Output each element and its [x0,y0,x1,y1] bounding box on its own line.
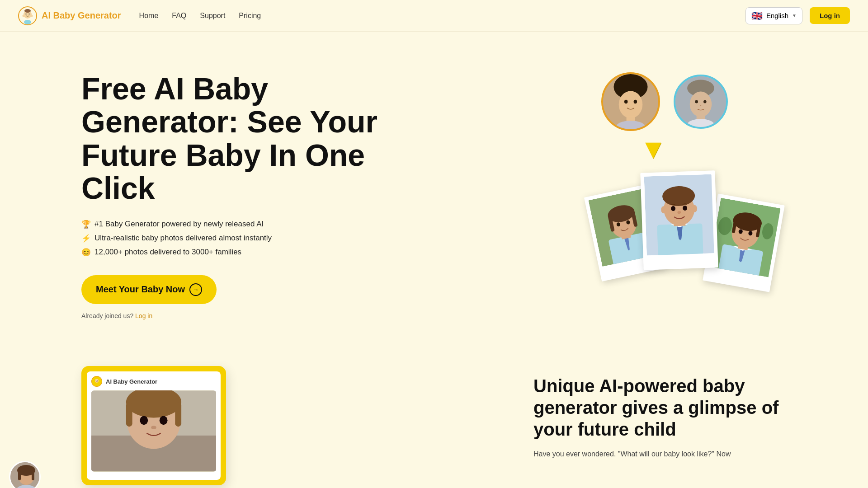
language-label: English [766,12,788,19]
feature-text: 12,000+ photos delivered to 3000+ famili… [94,248,241,257]
language-selector[interactable]: 🇬🇧 English ▼ [745,7,802,24]
app-mockup: AI Baby Generator [81,366,226,485]
svg-rect-75 [32,470,34,480]
logo-text: AI Baby Generator [42,10,121,21]
svg-point-18 [695,100,698,103]
cta-button[interactable]: Meet Your Baby Now → [81,275,217,304]
svg-point-17 [690,92,712,117]
svg-point-58 [95,379,99,383]
app-photo-area [91,390,216,472]
logo-icon [18,6,37,25]
baby-photos [588,172,787,316]
hero-features: 🏆 #1 Baby Generator powered by newly rel… [81,220,389,257]
login-button[interactable]: Log in [810,7,850,24]
app-title: AI Baby Generator [106,378,157,385]
section2-left: AI Baby Generator [81,366,253,485]
svg-point-60 [97,380,98,381]
arrow-down-icon: ▼ [640,136,666,163]
svg-point-11 [624,100,628,103]
feature-text: Ultra-realistic baby photos delivered al… [94,234,272,243]
svg-point-5 [23,14,25,17]
hero-section: Free AI Baby Generator: See Your Future … [0,32,868,348]
already-joined-text: Already joined us? Log in [81,312,389,319]
baby-photo-2-img [644,174,714,255]
chevron-down-icon: ▼ [792,13,797,18]
nav-support[interactable]: Support [200,12,225,19]
flag-icon: 🇬🇧 [751,10,763,21]
dad-face [674,75,728,129]
nav-left: AI Baby Generator Home FAQ Support Prici… [18,6,261,25]
svg-rect-74 [18,470,21,480]
svg-point-4 [24,9,31,13]
nav-pricing[interactable]: Pricing [239,12,261,19]
feature-item: ⚡ Ultra-realistic baby photos delivered … [81,234,389,243]
feature-text: #1 Baby Generator powered by newly relea… [94,220,264,229]
svg-point-68 [140,416,148,425]
app-baby-image [91,390,216,472]
svg-point-69 [160,416,168,425]
hero-title: Free AI Baby Generator: See Your Future … [81,72,389,205]
baby-photo-2 [640,170,718,270]
svg-point-2 [25,13,26,14]
smile-icon: 😊 [81,248,91,257]
baby-photo-3-img [709,198,781,277]
arrow-circle-icon: → [189,283,202,296]
svg-rect-67 [175,402,181,427]
lightning-icon: ⚡ [81,234,91,243]
svg-point-19 [703,100,707,103]
trophy-icon: 🏆 [81,220,91,229]
nav-links: Home FAQ Support Pricing [139,12,261,20]
navbar: AI Baby Generator Home FAQ Support Prici… [0,0,868,32]
logo[interactable]: AI Baby Generator [18,6,121,25]
section2-description: Have you ever wondered, "What will our b… [533,448,787,460]
mom-face [601,72,660,131]
svg-point-7 [24,20,31,24]
cta-label: Meet Your Baby Now [96,284,185,295]
section2-right: Unique AI-powered baby generator gives a… [533,366,787,460]
feature-item: 🏆 #1 Baby Generator powered by newly rel… [81,220,389,229]
mom-face-svg [603,74,658,129]
feature-item: 😊 12,000+ photos delivered to 3000+ fami… [81,248,389,257]
hero-left: Free AI Baby Generator: See Your Future … [81,68,389,319]
small-avatar [9,461,41,488]
login-link[interactable]: Log in [135,312,152,319]
svg-point-59 [96,380,96,381]
app-logo-small-icon [91,376,102,387]
hero-illustration: ▼ [588,68,787,321]
svg-point-3 [28,13,29,14]
section2: AI Baby Generator [0,348,868,488]
svg-point-6 [31,14,33,17]
svg-rect-66 [126,402,132,427]
nav-faq[interactable]: FAQ [172,12,186,19]
nav-right: 🇬🇧 English ▼ Log in [745,7,850,24]
svg-point-70 [151,426,156,429]
nav-home[interactable]: Home [139,12,159,19]
section2-title: Unique AI-powered baby generator gives a… [533,375,787,440]
svg-point-12 [634,100,637,103]
svg-point-10 [619,91,643,118]
dad-face-svg [675,76,726,127]
